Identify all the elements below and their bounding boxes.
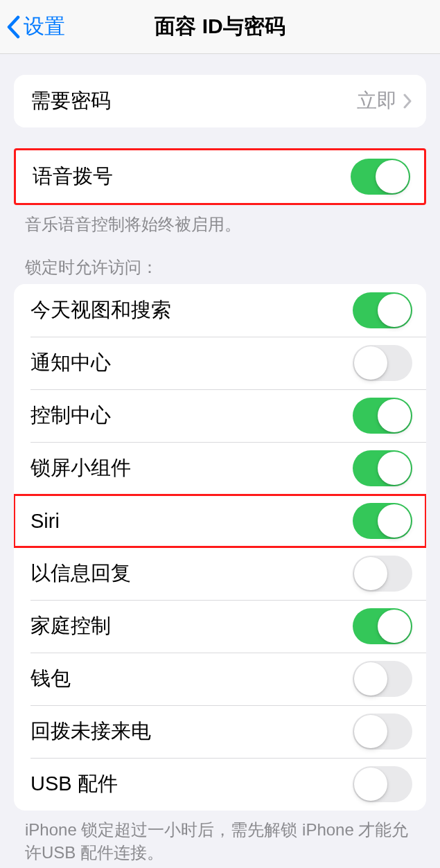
locked-access-toggle[interactable] <box>353 608 412 644</box>
locked-access-row: 钱包 <box>14 653 426 705</box>
passcode-group: 需要密码 立即 <box>14 75 426 127</box>
locked-access-row: 控制中心 <box>14 389 426 442</box>
locked-access-label: 钱包 <box>30 665 71 693</box>
locked-access-toggle[interactable] <box>353 450 412 486</box>
back-button[interactable]: 设置 <box>0 12 65 41</box>
locked-access-row: Siri <box>14 495 426 547</box>
locked-access-row: 通知中心 <box>14 337 426 389</box>
navigation-bar: 设置 面容 ID与密码 <box>0 0 440 54</box>
require-passcode-value: 立即 <box>357 87 397 115</box>
locked-access-row: 锁屏小组件 <box>14 442 426 495</box>
chevron-left-icon <box>6 15 21 39</box>
locked-access-footer: iPhone 锁定超过一小时后，需先解锁 iPhone 才能允许USB 配件连接… <box>0 811 440 864</box>
locked-access-toggle[interactable] <box>353 714 412 750</box>
locked-access-toggle[interactable] <box>353 398 412 434</box>
locked-access-header: 锁定时允许访问： <box>0 236 440 284</box>
voice-dial-footer: 音乐语音控制将始终被启用。 <box>0 205 440 236</box>
page-title: 面容 ID与密码 <box>155 12 285 41</box>
require-passcode-label: 需要密码 <box>30 87 111 115</box>
locked-access-label: 锁屏小组件 <box>30 454 131 482</box>
locked-access-label: Siri <box>30 510 60 533</box>
back-label: 设置 <box>24 12 65 41</box>
locked-access-toggle[interactable] <box>353 292 412 328</box>
voice-dial-toggle[interactable] <box>351 159 410 195</box>
locked-access-toggle[interactable] <box>353 766 412 802</box>
locked-access-toggle[interactable] <box>353 345 412 381</box>
voice-dial-row: 语音拨号 <box>16 150 424 203</box>
locked-access-toggle[interactable] <box>353 556 412 592</box>
locked-access-label: 回拨未接来电 <box>30 718 151 745</box>
locked-access-label: USB 配件 <box>30 770 118 798</box>
require-passcode-row[interactable]: 需要密码 立即 <box>14 75 426 127</box>
locked-access-label: 家庭控制 <box>30 612 111 640</box>
locked-access-label: 以信息回复 <box>30 560 131 587</box>
locked-access-label: 通知中心 <box>30 349 111 377</box>
locked-access-row: 以信息回复 <box>14 547 426 600</box>
locked-access-label: 控制中心 <box>30 402 111 429</box>
locked-access-group: 今天视图和搜索通知中心控制中心锁屏小组件Siri以信息回复家庭控制钱包回拨未接来… <box>14 284 426 811</box>
voice-dial-label: 语音拨号 <box>33 163 113 191</box>
locked-access-row: 今天视图和搜索 <box>14 284 426 337</box>
locked-access-toggle[interactable] <box>353 503 412 539</box>
locked-access-row: 家庭控制 <box>14 600 426 653</box>
locked-access-label: 今天视图和搜索 <box>30 296 171 324</box>
locked-access-toggle[interactable] <box>353 661 412 697</box>
voice-dial-group: 语音拨号 <box>14 148 426 205</box>
locked-access-row: USB 配件 <box>14 758 426 811</box>
locked-access-row: 回拨未接来电 <box>14 705 426 758</box>
chevron-right-icon <box>403 94 412 109</box>
